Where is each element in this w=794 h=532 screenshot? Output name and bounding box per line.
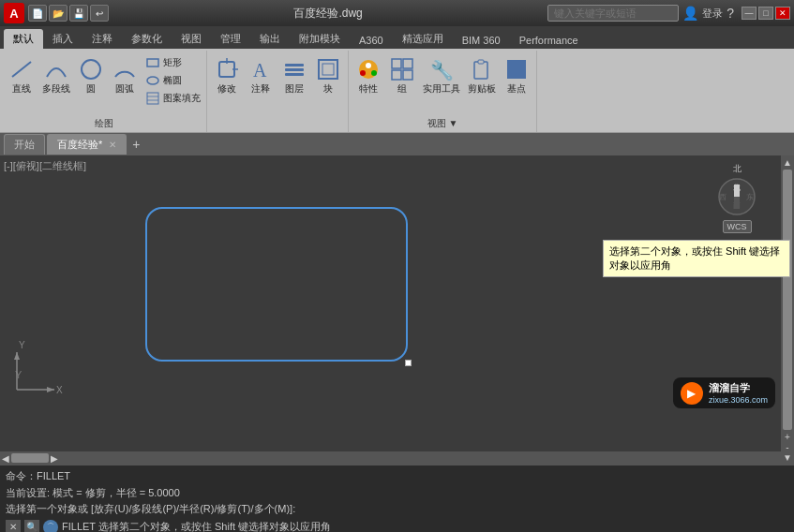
tool-group[interactable]: 组 — [386, 54, 418, 96]
block-icon — [315, 56, 341, 82]
new-tab-button[interactable]: + — [128, 137, 143, 152]
properties-group-label: 视图 ▼ — [352, 115, 532, 132]
ellipse-icon — [144, 73, 161, 88]
tab-annotate[interactable]: 注释 — [82, 29, 122, 49]
scroll-down-arrow[interactable]: ▼ — [783, 452, 792, 463]
compass: 北 北 南 西 东 WCS — [713, 163, 760, 229]
ucs-icon: Y X — [7, 333, 64, 408]
tool-clipboard[interactable]: 剪贴板 — [465, 54, 499, 96]
maximize-button[interactable]: □ — [758, 7, 773, 20]
group-icon — [389, 56, 415, 82]
tool-basepoint[interactable]: 基点 — [501, 54, 532, 96]
utilities-icon: 🔧 — [428, 56, 455, 82]
new-button[interactable]: 📄 — [28, 5, 47, 22]
clipboard-label: 剪贴板 — [468, 83, 496, 94]
tab-bim360[interactable]: BIM 360 — [453, 32, 510, 49]
watermark-text: 溜溜自学 zixue.3066.com — [709, 381, 768, 405]
draw-items: 直线 多段线 圆 圆弧 — [6, 52, 202, 115]
tab-baidu[interactable]: 百度经验* ✕ — [47, 134, 127, 155]
minimize-button[interactable]: — — [742, 7, 757, 20]
zoom-out-button[interactable]: - — [786, 442, 788, 452]
svg-rect-11 — [285, 64, 304, 66]
tool-circle[interactable]: 圆 — [75, 54, 107, 96]
svg-text:A: A — [253, 60, 267, 81]
scroll-thumb-v[interactable] — [783, 170, 792, 430]
ribbon-group-modify: 修改 A 注释 图层 块 — [207, 51, 349, 132]
save-button[interactable]: 💾 — [69, 5, 88, 22]
tool-annotate[interactable]: A 注释 — [245, 54, 277, 96]
svg-rect-23 — [403, 70, 412, 80]
window-title: 百度经验.dwg — [112, 6, 544, 22]
clipboard-icon — [469, 56, 495, 82]
tab-view[interactable]: 视图 — [172, 29, 211, 49]
drawing-canvas[interactable]: [-][俯视][二维线框] Y Y X 北 北 南 西 东 — [0, 155, 794, 465]
tool-polyline[interactable]: 多段线 — [39, 54, 73, 96]
vertical-scrollbar[interactable]: ▲ + - ▼ — [781, 155, 794, 465]
tool-utilities[interactable]: 🔧 实用工具 — [420, 54, 463, 96]
tab-parametric[interactable]: 参数化 — [122, 29, 172, 49]
layer-icon — [281, 56, 307, 82]
app-logo[interactable]: A — [4, 3, 24, 23]
polyline-label: 多段线 — [42, 83, 70, 94]
arc-label: 圆弧 — [115, 83, 134, 94]
horizontal-scrollbar[interactable]: ◀ ▶ — [0, 451, 781, 465]
tool-layer[interactable]: 图层 — [278, 54, 310, 96]
svg-rect-4 — [147, 93, 158, 104]
tab-default[interactable]: 默认 — [4, 29, 43, 49]
svg-point-1 — [82, 60, 100, 79]
zoom-in-button[interactable]: + — [785, 432, 790, 442]
open-button[interactable]: 📂 — [49, 5, 67, 22]
tab-start[interactable]: 开始 — [4, 134, 45, 155]
tooltip-box: 选择第二个对象，或按住 Shift 键选择对象以应用角 — [603, 240, 790, 277]
login-button[interactable]: 登录 — [702, 7, 723, 21]
tab-a360[interactable]: A360 — [350, 32, 393, 49]
arc-icon — [112, 56, 138, 82]
search-input[interactable] — [547, 5, 679, 22]
command-search-button[interactable]: 🔍 — [24, 520, 39, 532]
tool-block[interactable]: 块 — [312, 54, 344, 96]
svg-rect-15 — [322, 64, 334, 75]
scroll-thumb-h[interactable] — [11, 453, 49, 463]
tab-insert[interactable]: 插入 — [43, 29, 82, 49]
tab-featured[interactable]: 精选应用 — [393, 29, 453, 49]
svg-marker-32 — [14, 352, 20, 360]
tab-performance[interactable]: Performance — [510, 32, 588, 49]
scroll-left-arrow[interactable]: ◀ — [2, 453, 9, 464]
undo-button[interactable]: ↩ — [90, 5, 109, 22]
command-close-button[interactable]: ✕ — [6, 520, 21, 532]
svg-rect-7 — [219, 62, 234, 77]
tool-properties[interactable]: 特性 — [352, 54, 384, 96]
fillet-icon: ⌒ — [43, 520, 58, 532]
svg-text:🔧: 🔧 — [430, 59, 454, 81]
tool-rect[interactable]: 矩形 — [142, 54, 202, 71]
selection-handle[interactable] — [405, 360, 412, 366]
svg-line-0 — [12, 62, 31, 77]
rect-label: 矩形 — [163, 56, 182, 69]
ribbon-group-properties: 特性 组 🔧 实用工具 剪贴板 — [349, 51, 537, 132]
command-line-3: 选择第一个对象或 [放弃(U)/多段线(P)/半径(R)/修剪(T)/多个(M)… — [6, 501, 788, 518]
svg-rect-39 — [734, 185, 740, 197]
tab-manage[interactable]: 管理 — [211, 29, 250, 49]
properties-icon — [355, 56, 382, 82]
close-doc-icon[interactable]: ✕ — [109, 140, 116, 150]
tool-arc[interactable]: 圆弧 — [109, 54, 141, 96]
tool-ellipse[interactable]: 椭圆 — [142, 72, 202, 89]
hatch-icon — [144, 91, 161, 106]
tool-modify[interactable]: 修改 — [211, 54, 243, 96]
tab-output[interactable]: 输出 — [250, 29, 290, 49]
user-icon: 👤 — [682, 6, 698, 21]
tab-addmodule[interactable]: 附加模块 — [290, 29, 350, 49]
close-button[interactable]: ✕ — [775, 7, 790, 20]
properties-label: 特性 — [359, 83, 378, 94]
svg-text:西: 西 — [719, 193, 727, 201]
help-icon[interactable]: ? — [727, 6, 734, 21]
polyline-icon — [43, 56, 69, 82]
tool-hatch[interactable]: 图案填充 — [142, 90, 202, 107]
view-label: [-][俯视][二维线框] — [4, 159, 86, 173]
tool-line[interactable]: 直线 — [6, 54, 37, 96]
line-icon — [8, 56, 35, 82]
scroll-right-arrow[interactable]: ▶ — [51, 453, 58, 464]
window-controls: — □ ✕ — [742, 7, 790, 20]
scroll-up-arrow[interactable]: ▲ — [783, 157, 792, 168]
svg-rect-14 — [319, 60, 337, 79]
